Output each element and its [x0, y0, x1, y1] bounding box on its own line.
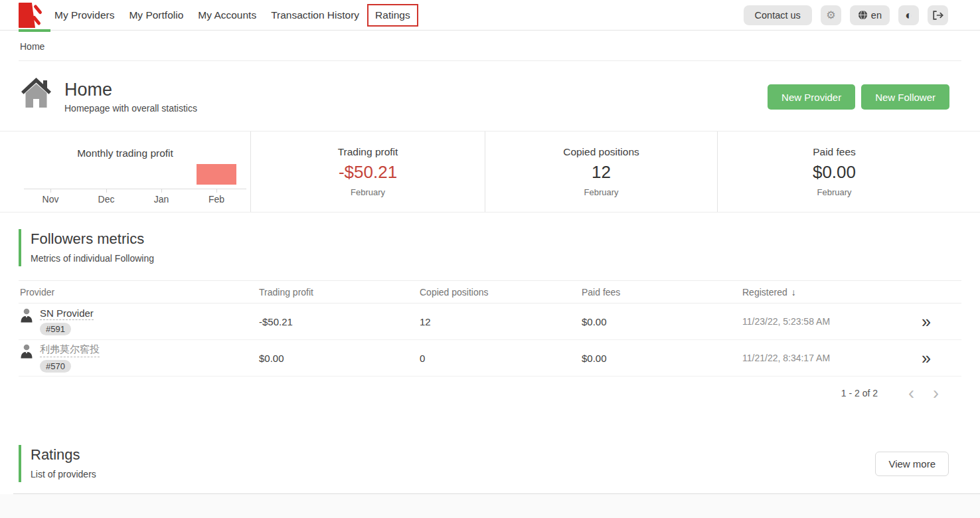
logout-button[interactable]: [928, 5, 948, 25]
stat-label: Paid fees: [813, 146, 856, 158]
contact-us-button[interactable]: Contact us: [744, 5, 812, 25]
stat-value: $0.00: [813, 162, 856, 183]
section-title: Followers metrics: [31, 230, 154, 248]
person-icon: [20, 343, 33, 359]
gear-icon: ⚙: [826, 10, 835, 21]
nav-my-portfolio[interactable]: My Portfolio: [129, 9, 183, 21]
pagination-next-icon[interactable]: ›: [933, 385, 939, 402]
stat-label: Trading profit: [338, 146, 398, 158]
col-trading-profit: Trading profit: [259, 287, 420, 298]
page-title: Home: [64, 80, 112, 100]
person-icon: [20, 307, 33, 323]
chart-label-feb: Feb: [208, 194, 224, 205]
col-registered-label: Registered: [742, 287, 787, 298]
pagination-prev-icon[interactable]: ‹: [908, 385, 914, 402]
stat-value: -$50.21: [339, 162, 397, 183]
logout-icon: [932, 11, 944, 20]
stat-copied-positions: Copied positions 12 February: [485, 131, 718, 212]
settings-button[interactable]: ⚙: [821, 5, 841, 25]
bottom-background-strip: [0, 494, 980, 518]
chart-label-jan: Jan: [154, 194, 169, 205]
chart-label-nov: Nov: [42, 194, 59, 205]
nav-transaction-history[interactable]: Transaction History: [271, 9, 359, 21]
followers-metrics-header: Followers metrics Metrics of individual …: [19, 229, 154, 266]
stat-trading-profit: Trading profit -$50.21 February: [251, 131, 485, 212]
language-button[interactable]: en: [850, 5, 890, 25]
followers-metrics-table: Provider Trading profit Copied positions…: [19, 280, 961, 377]
col-paid-fees: Paid fees: [582, 287, 742, 298]
page-subtitle: Homepage with overall statistics: [64, 103, 197, 114]
globe-icon: [858, 10, 868, 20]
provider-cell: 利弗莫尔窖投 #570: [20, 343, 259, 373]
chart-tick: [216, 189, 217, 193]
pagination-range: 1 - 2 of 2: [841, 388, 878, 398]
cell-paid-fees: $0.00: [582, 316, 742, 327]
cell-registered: 11/23/22, 5:23:58 AM: [742, 316, 922, 327]
topbar-actions: Contact us ⚙ en ◐: [744, 5, 948, 25]
language-label: en: [871, 10, 882, 21]
cell-copied-positions: 12: [420, 316, 582, 327]
top-navigation-bar: My Providers My Portfolio My Accounts Tr…: [0, 0, 980, 31]
stat-paid-fees: Paid fees $0.00 February: [718, 131, 980, 212]
cell-trading-profit: $0.00: [259, 353, 420, 364]
provider-id-badge: #591: [40, 323, 71, 335]
provider-name-link[interactable]: 利弗莫尔窖投: [40, 343, 100, 357]
stat-period: February: [351, 187, 385, 197]
new-follower-button[interactable]: New Follower: [861, 84, 949, 110]
section-subtitle: List of providers: [31, 469, 96, 479]
table-header-row: Provider Trading profit Copied positions…: [19, 280, 961, 303]
stat-period: February: [817, 187, 851, 197]
table-pagination: 1 - 2 of 2 ‹ ›: [841, 384, 939, 402]
sort-desc-icon: ↓: [791, 287, 796, 298]
header-buttons: New Provider New Follower: [768, 84, 949, 110]
chart-tick: [50, 189, 51, 193]
col-provider: Provider: [20, 287, 259, 298]
chart-bar-feb: [197, 164, 236, 185]
table-row[interactable]: 利弗莫尔窖投 #570 $0.00 0 $0.00 11/21/22, 8:34…: [19, 340, 961, 377]
chart-x-axis: [24, 189, 246, 189]
home-icon: [20, 77, 52, 108]
breadcrumb-divider: [19, 60, 961, 61]
cell-copied-positions: 0: [420, 353, 582, 364]
chart-tick: [161, 189, 162, 193]
cell-registered: 11/21/22, 8:34:17 AM: [742, 353, 922, 363]
ratings-section-header: Ratings List of providers: [19, 445, 96, 482]
open-provider-icon[interactable]: »: [922, 312, 930, 331]
theme-toggle-button[interactable]: ◐: [898, 5, 919, 25]
col-registered[interactable]: Registered↓: [742, 287, 922, 298]
overall-statistics-strip: Monthly trading profit Nov Dec Jan Feb T…: [0, 131, 980, 213]
cell-trading-profit: -$50.21: [259, 316, 420, 327]
nav-ratings[interactable]: Ratings: [367, 4, 418, 27]
brand-logo-icon[interactable]: [19, 3, 43, 28]
chart-label-dec: Dec: [98, 194, 115, 205]
stat-label: Copied positions: [563, 146, 639, 158]
table-row[interactable]: SN Provider #591 -$50.21 12 $0.00 11/23/…: [19, 303, 961, 340]
chart-title: Monthly trading profit: [0, 147, 250, 159]
section-title: Ratings: [31, 446, 96, 464]
active-nav-indicator: [19, 29, 50, 32]
provider-name-link[interactable]: SN Provider: [40, 307, 94, 320]
breadcrumb[interactable]: Home: [20, 41, 44, 52]
stat-period: February: [584, 187, 618, 197]
provider-cell: SN Provider #591: [20, 307, 259, 335]
open-provider-icon[interactable]: »: [922, 349, 930, 367]
cell-paid-fees: $0.00: [582, 353, 742, 364]
col-copied-positions: Copied positions: [420, 287, 582, 298]
provider-id-badge: #570: [40, 360, 71, 373]
view-more-button[interactable]: View more: [875, 452, 949, 476]
monthly-trading-profit-chart: Monthly trading profit Nov Dec Jan Feb: [0, 131, 251, 212]
nav-my-accounts[interactable]: My Accounts: [198, 9, 256, 21]
section-subtitle: Metrics of individual Following: [31, 253, 154, 264]
chart-tick: [106, 189, 107, 193]
contrast-icon: ◐: [905, 9, 912, 21]
main-nav: My Providers My Portfolio My Accounts Tr…: [54, 4, 425, 27]
nav-my-providers[interactable]: My Providers: [54, 9, 114, 21]
stat-value: 12: [592, 162, 611, 183]
new-provider-button[interactable]: New Provider: [768, 84, 855, 110]
